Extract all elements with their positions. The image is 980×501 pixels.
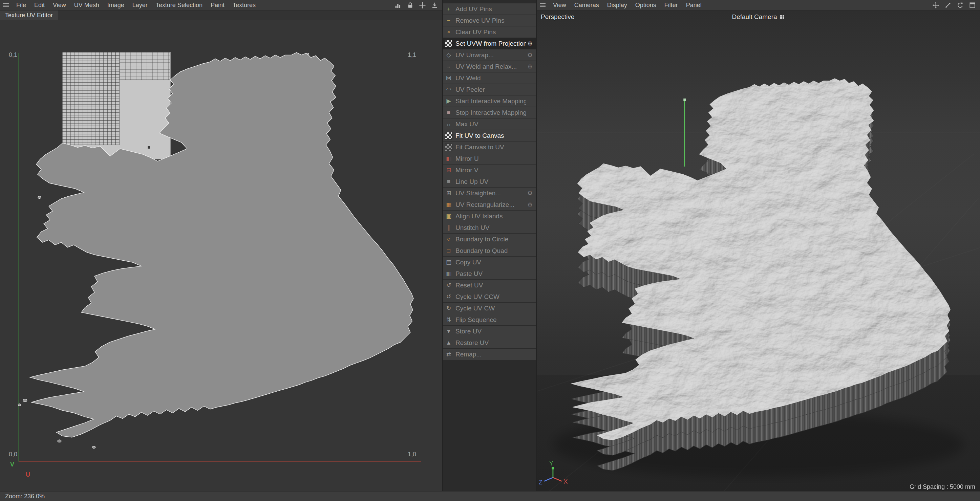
uv-canvas[interactable]: 0,1 1,1 0,0 1,0 V U: [0, 20, 442, 491]
command-boundary-to-circle[interactable]: ○ Boundary to Circle: [443, 234, 536, 245]
command-add-uv-pins[interactable]: + Add UV Pins: [443, 3, 536, 14]
command-label: UV Peeler: [455, 86, 526, 94]
command-cycle-uv-cw[interactable]: ↻ Cycle UV CW: [443, 303, 536, 314]
command-reset-uv[interactable]: ↺ Reset UV: [443, 280, 536, 291]
camera-options-icon[interactable]: [780, 14, 785, 20]
menu-item-file[interactable]: File: [12, 2, 30, 9]
menu-item-texture-selection[interactable]: Texture Selection: [152, 2, 207, 9]
menu-item-options[interactable]: Options: [631, 2, 660, 9]
boundary-quad-icon: □: [445, 247, 452, 254]
menu-item-image[interactable]: Image: [103, 2, 128, 9]
menu-item-panel[interactable]: Panel: [682, 2, 706, 9]
command-line-up-uv[interactable]: ≡ Line Up UV: [443, 176, 536, 187]
checker-dim-icon: [445, 143, 452, 151]
gear-icon[interactable]: ⚙: [526, 40, 534, 48]
toggle-view-icon[interactable]: [969, 2, 976, 9]
command-uv-rectangularize[interactable]: ▦ UV Rectangularize... ⚙: [443, 199, 536, 210]
command-label: Flip Sequence: [455, 316, 526, 324]
viewport-view-label[interactable]: Perspective: [541, 13, 574, 21]
command-set-uvw-from-projection[interactable]: Set UVW from Projection... ⚙: [443, 38, 536, 49]
command-label: Cycle UV CCW: [455, 293, 526, 301]
command-align-uv-islands[interactable]: ▣ Align UV Islands: [443, 210, 536, 222]
lock-icon[interactable]: [407, 2, 414, 9]
weld-relax-icon: ≈: [445, 63, 452, 70]
checker-icon: [445, 40, 452, 48]
command-max-uv[interactable]: ↔ Max UV: [443, 118, 536, 130]
menu-item-textures[interactable]: Textures: [229, 2, 260, 9]
paste-uv-icon: ▥: [445, 270, 452, 278]
interactive-stop-icon: ■: [445, 109, 452, 116]
command-label: Start Interactive Mapping: [455, 97, 526, 105]
zoom-level: Zoom: 236.0%: [5, 493, 45, 500]
command-cycle-uv-ccw[interactable]: ↺ Cycle UV CCW: [443, 291, 536, 302]
command-flip-sequence[interactable]: ⇅ Flip Sequence: [443, 314, 536, 325]
menu-item-view[interactable]: View: [49, 2, 70, 9]
command-remap[interactable]: ⇄ Remap...: [443, 349, 536, 360]
perspective-viewport[interactable]: X Z Y Perspective Default Camera Grid Sp…: [537, 11, 980, 491]
menu-item-layer[interactable]: Layer: [128, 2, 152, 9]
straighten-icon: ⊞: [445, 189, 452, 197]
gear-icon[interactable]: ⚙: [526, 63, 534, 70]
status-bar: Zoom: 236.0%: [0, 491, 980, 501]
command-boundary-to-quad[interactable]: □ Boundary to Quad: [443, 245, 536, 256]
hamburger-menu-icon[interactable]: [540, 3, 546, 7]
menu-item-view[interactable]: View: [549, 2, 570, 9]
command-label: Unstitch UV: [455, 224, 526, 232]
command-uv-unwrap[interactable]: ◇ UV Unwrap... ⚙: [443, 49, 536, 60]
menu-item-filter[interactable]: Filter: [660, 2, 682, 9]
command-uv-weld[interactable]: ⋈ UV Weld: [443, 72, 536, 84]
pin-remove-icon: −: [445, 17, 452, 24]
command-mirror-u[interactable]: ◧ Mirror U: [443, 153, 536, 164]
zoom-icon[interactable]: [945, 2, 951, 9]
align-islands-icon: ▣: [445, 213, 452, 220]
command-label: Fit UV to Canvas: [455, 132, 526, 140]
uv-editor-tab-strip: Texture UV Editor: [0, 11, 442, 20]
gear-icon[interactable]: ⚙: [526, 189, 534, 197]
command-label: Fit Canvas to UV: [455, 143, 526, 151]
command-uv-weld-and-relax[interactable]: ≈ UV Weld and Relax... ⚙: [443, 61, 536, 72]
histogram-icon[interactable]: [395, 2, 402, 9]
menu-item-edit[interactable]: Edit: [30, 2, 49, 9]
command-label: Store UV: [455, 328, 526, 335]
command-start-interactive-mapping[interactable]: ▶ Start Interactive Mapping: [443, 95, 536, 107]
menu-item-cameras[interactable]: Cameras: [570, 2, 603, 9]
menu-item-display[interactable]: Display: [603, 2, 631, 9]
command-clear-uv-pins[interactable]: × Clear UV Pins: [443, 26, 536, 38]
command-fit-uv-to-canvas[interactable]: Fit UV to Canvas: [443, 130, 536, 141]
dock-icon[interactable]: [431, 2, 438, 9]
uv-command-panel: + Add UV Pins − Remove UV Pins × Clear U…: [442, 0, 537, 491]
command-label: Clear UV Pins: [455, 29, 526, 36]
command-uv-peeler[interactable]: ◠ UV Peeler: [443, 84, 536, 95]
command-paste-uv[interactable]: ▥ Paste UV: [443, 268, 536, 279]
command-label: UV Rectangularize...: [455, 201, 526, 208]
menu-item-paint[interactable]: Paint: [207, 2, 229, 9]
command-remove-uv-pins[interactable]: − Remove UV Pins: [443, 15, 536, 26]
command-mirror-v[interactable]: ⊟ Mirror V: [443, 164, 536, 176]
move-icon[interactable]: [419, 2, 426, 9]
boundary-circle-icon: ○: [445, 235, 452, 243]
menu-item-uv-mesh[interactable]: UV Mesh: [70, 2, 103, 9]
mirror-u-icon: ◧: [445, 155, 452, 162]
mirror-v-icon: ⊟: [445, 167, 452, 174]
command-unstitch-uv[interactable]: ∥ Unstitch UV: [443, 222, 536, 233]
command-label: UV Weld and Relax...: [455, 63, 526, 70]
hamburger-menu-icon[interactable]: [3, 3, 9, 7]
command-store-uv[interactable]: ▼ Store UV: [443, 326, 536, 337]
pan-icon[interactable]: [932, 2, 939, 9]
command-fit-canvas-to-uv[interactable]: Fit Canvas to UV: [443, 142, 536, 153]
rotate-icon[interactable]: [957, 2, 964, 9]
camera-name[interactable]: Default Camera: [732, 13, 777, 21]
axis-y-label: Y: [549, 460, 553, 467]
command-restore-uv[interactable]: ▲ Restore UV: [443, 337, 536, 348]
gear-icon[interactable]: ⚙: [526, 51, 534, 59]
viewport-camera-label[interactable]: Default Camera: [732, 13, 784, 21]
command-uv-straighten[interactable]: ⊞ UV Straighten... ⚙: [443, 188, 536, 199]
command-copy-uv[interactable]: ▤ Copy UV: [443, 257, 536, 268]
grid-spacing-label: Grid Spacing : 5000 mm: [910, 484, 975, 490]
command-stop-interactive-mapping[interactable]: ■ Stop Interactive Mapping: [443, 107, 536, 118]
command-label: Reset UV: [455, 282, 526, 289]
tab-texture-uv-editor[interactable]: Texture UV Editor: [0, 11, 58, 20]
pin-add-icon: +: [445, 5, 452, 13]
gear-icon[interactable]: ⚙: [526, 201, 534, 208]
command-label: UV Straighten...: [455, 189, 526, 197]
